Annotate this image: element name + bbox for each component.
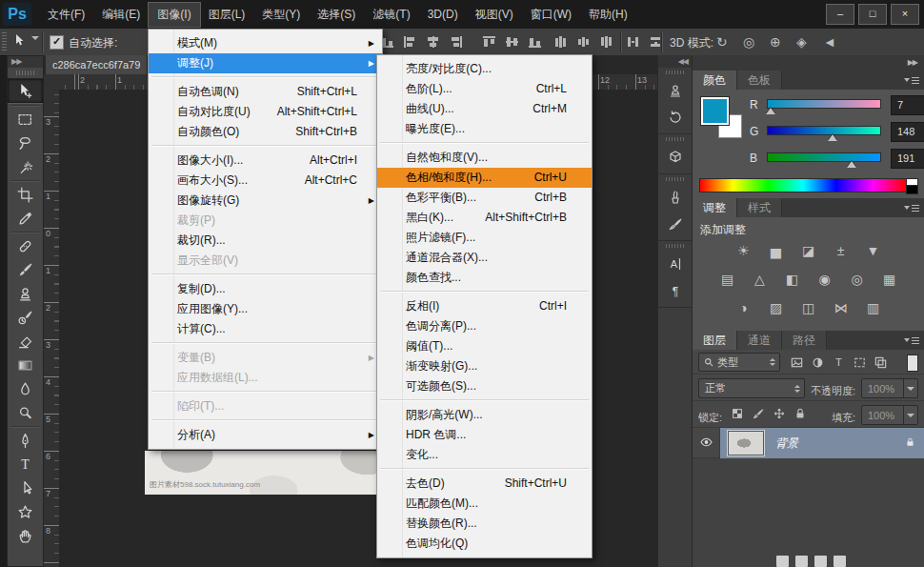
adjust-submenu-item-10[interactable]: 通道混合器(X)... bbox=[377, 248, 592, 268]
pan-icon[interactable]: ⊕ bbox=[770, 33, 781, 51]
panel-menu-icon[interactable] bbox=[904, 204, 919, 213]
image-menu-item-18[interactable]: 变量(B)▶ bbox=[149, 348, 382, 368]
layer-filtering-toggle[interactable] bbox=[907, 354, 918, 372]
dist-bottom-icon[interactable] bbox=[600, 36, 613, 48]
image-menu-item-15[interactable]: 应用图像(Y)... bbox=[149, 299, 382, 319]
adjust-submenu-item-3[interactable]: 曝光度(E)... bbox=[377, 119, 592, 139]
tool-lasso[interactable] bbox=[8, 132, 43, 155]
brightness-contrast-icon[interactable]: ☀ bbox=[732, 242, 756, 260]
adjust-submenu-item-19[interactable]: 阴影/高光(W)... bbox=[377, 405, 592, 425]
slide-icon[interactable]: ◈ bbox=[796, 33, 807, 51]
maximize-button[interactable]: □ bbox=[858, 4, 887, 25]
image-menu-item-1[interactable]: 调整(J)▶ bbox=[149, 53, 382, 73]
color-balance-icon[interactable]: △ bbox=[748, 271, 773, 289]
align-left-icon[interactable] bbox=[404, 36, 416, 48]
adjust-submenu-item-13[interactable]: 反相(I)Ctrl+I bbox=[377, 296, 592, 316]
layer-panel-bottom-icon[interactable] bbox=[795, 556, 808, 567]
adjust-submenu-item-2[interactable]: 曲线(U)...Ctrl+M bbox=[377, 99, 592, 119]
close-button[interactable]: × bbox=[891, 4, 919, 25]
adjustments-tab-样式[interactable]: 样式 bbox=[737, 198, 782, 217]
tool-history-brush[interactable] bbox=[8, 306, 43, 330]
clone-source-icon[interactable] bbox=[658, 77, 692, 104]
posterize-icon[interactable]: ▨ bbox=[764, 299, 789, 317]
tool-move[interactable] bbox=[8, 78, 43, 104]
paragraph-icon[interactable]: ¶ bbox=[658, 277, 692, 304]
tool-eraser[interactable] bbox=[8, 330, 43, 354]
tool-gradient[interactable] bbox=[8, 354, 43, 377]
lock-all-icon[interactable] bbox=[792, 405, 809, 422]
tool-path-select[interactable] bbox=[8, 476, 43, 500]
color-tab-颜色[interactable]: 颜色 bbox=[693, 71, 737, 90]
dock-grip[interactable] bbox=[666, 177, 684, 181]
channel-slider-b[interactable] bbox=[767, 152, 881, 162]
slider-thumb-icon[interactable] bbox=[766, 108, 775, 114]
menubar-item-y[interactable]: 类型(Y) bbox=[253, 3, 309, 27]
channel-value-b[interactable]: 191 bbox=[891, 149, 924, 169]
dist-top-icon[interactable] bbox=[554, 36, 567, 48]
options-bar-grip[interactable] bbox=[2, 32, 7, 51]
adjust-submenu-item-8[interactable]: 黑白(K)...Alt+Shift+Ctrl+B bbox=[377, 208, 592, 228]
image-menu-item-5[interactable]: 自动颜色(O)Shift+Ctrl+B bbox=[149, 122, 382, 142]
character-icon[interactable]: A bbox=[658, 251, 692, 277]
brush-presets-icon[interactable] bbox=[658, 184, 692, 211]
menubar-item-s[interactable]: 选择(S) bbox=[309, 3, 364, 27]
layers-tab-路径[interactable]: 路径 bbox=[782, 331, 827, 350]
menubar-item-l[interactable]: 图层(L) bbox=[200, 3, 254, 27]
dist-hspace-icon[interactable] bbox=[627, 36, 639, 48]
color-spectrum-ramp[interactable] bbox=[699, 178, 907, 192]
align-bottom2-icon[interactable] bbox=[529, 36, 541, 48]
tool-crop[interactable] bbox=[8, 183, 43, 207]
tool-healing-brush[interactable] bbox=[8, 234, 43, 258]
image-menu-item-7[interactable]: 图像大小(I)...Alt+Ctrl+I bbox=[149, 151, 382, 171]
smart-object-filter-icon[interactable] bbox=[871, 353, 890, 372]
adjust-submenu-item-24[interactable]: 匹配颜色(M)... bbox=[377, 494, 592, 514]
fill-combo[interactable]: 100% bbox=[861, 405, 918, 425]
layer-thumbnail[interactable] bbox=[728, 431, 764, 456]
channel-value-g[interactable]: 148 bbox=[891, 122, 924, 142]
tool-brush[interactable] bbox=[8, 258, 43, 282]
slider-thumb-icon[interactable] bbox=[847, 161, 856, 168]
dist-vspace-icon[interactable] bbox=[650, 36, 662, 48]
layer-visibility-cell[interactable] bbox=[693, 428, 720, 458]
history-icon[interactable] bbox=[658, 104, 692, 131]
image-menu-item-12[interactable]: 显示全部(V) bbox=[149, 251, 382, 271]
align-right-icon[interactable] bbox=[450, 36, 462, 48]
spectrum-black-chip[interactable] bbox=[906, 185, 918, 194]
document-tab[interactable]: c286ca7ecc6f7a79 bbox=[46, 55, 148, 74]
adjust-submenu-item-11[interactable]: 颜色查找... bbox=[377, 268, 592, 288]
panels-collapse-icon[interactable]: ▶▶ bbox=[693, 55, 924, 71]
threshold-icon[interactable]: ◫ bbox=[796, 299, 821, 317]
menubar-item-t[interactable]: 滤镜(T) bbox=[364, 3, 418, 27]
adjust-submenu-item-26[interactable]: 色调均化(Q) bbox=[377, 534, 592, 554]
selective-color-icon[interactable]: ▥ bbox=[861, 299, 886, 317]
gradient-map-icon[interactable]: ⋈ bbox=[829, 299, 854, 317]
hue-saturation-icon[interactable]: ▤ bbox=[715, 271, 740, 289]
tool-marquee[interactable] bbox=[8, 108, 43, 132]
blend-mode-select[interactable]: 正常 bbox=[698, 378, 805, 398]
menubar-item-v[interactable]: 视图(V) bbox=[467, 3, 522, 27]
image-menu-item-9[interactable]: 图像旋转(G)▶ bbox=[149, 191, 382, 211]
pixel-filter-icon[interactable] bbox=[787, 353, 806, 372]
tools-collapse-icon[interactable]: ▶▶ bbox=[8, 56, 43, 68]
selected-layer-highlight[interactable]: 背景 bbox=[720, 428, 924, 458]
image-menu-item-0[interactable]: 模式(M)▶ bbox=[149, 33, 382, 53]
tool-pen[interactable] bbox=[8, 429, 43, 453]
adjust-submenu-item-1[interactable]: 色阶(L)...Ctrl+L bbox=[377, 79, 592, 99]
adjust-submenu-item-20[interactable]: HDR 色调... bbox=[377, 425, 592, 445]
menubar-item-f[interactable]: 文件(F) bbox=[39, 3, 93, 27]
layer-panel-bottom-icon[interactable] bbox=[834, 556, 846, 567]
auto-select-checkbox[interactable]: ✓ bbox=[50, 35, 64, 50]
menubar-item-h[interactable]: 帮助(H) bbox=[580, 3, 636, 27]
layer-filter-type-select[interactable]: 类型 bbox=[698, 353, 780, 372]
adjust-submenu-item-0[interactable]: 亮度/对比度(C)... bbox=[377, 59, 592, 79]
dock-expand-icon[interactable]: ◀◀ bbox=[658, 55, 692, 68]
adjust-submenu-item-15[interactable]: 阈值(T)... bbox=[377, 336, 592, 356]
minimize-button[interactable]: – bbox=[826, 4, 854, 25]
slider-thumb-icon[interactable] bbox=[828, 134, 837, 141]
tool-dodge[interactable] bbox=[8, 401, 43, 425]
image-menu-item-19[interactable]: 应用数据组(L)... bbox=[149, 368, 382, 388]
align-vcenter-icon[interactable] bbox=[506, 36, 518, 48]
adjust-submenu-item-6[interactable]: 色相/饱和度(H)...Ctrl+U bbox=[377, 168, 592, 188]
image-menu-item-21[interactable]: 陷印(T)... bbox=[149, 396, 382, 416]
tool-preset-caret-icon[interactable] bbox=[31, 40, 39, 53]
